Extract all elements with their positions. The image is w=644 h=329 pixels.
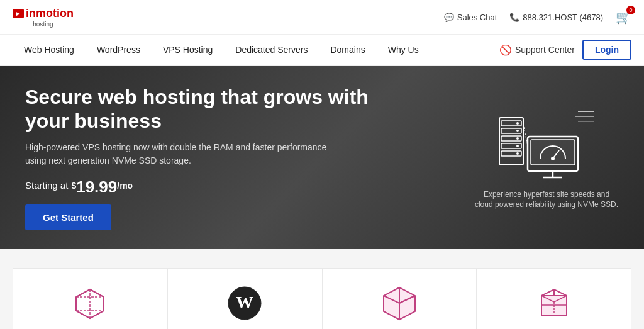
- sales-chat-link[interactable]: 💬 Sales Chat: [444, 13, 497, 22]
- hero-title: Secure web hosting that grows with your …: [25, 85, 377, 133]
- wordpress-hosting-icon: W: [226, 284, 264, 322]
- hero-right-text: Experience hyperfast site speeds and clo…: [474, 189, 619, 211]
- vps-hosting-icon: [380, 284, 418, 322]
- price-amount: 19.99: [76, 179, 117, 195]
- svg-line-25: [76, 289, 90, 297]
- nav-links: Web Hosting WordPress VPS Hosting Dedica…: [13, 36, 430, 64]
- cart-count: 0: [626, 6, 635, 14]
- svg-line-29: [76, 311, 90, 318]
- get-started-button[interactable]: Get Started: [25, 204, 111, 230]
- server-illustration: [496, 105, 597, 181]
- sales-chat-label: Sales Chat: [457, 13, 497, 22]
- cart-icon[interactable]: 🛒 0: [616, 9, 631, 25]
- nav-why-us[interactable]: Why Us: [377, 36, 430, 64]
- support-center-link[interactable]: 🚫 Support Center: [499, 44, 575, 56]
- nav-wordpress[interactable]: WordPress: [86, 36, 152, 64]
- svg-point-13: [516, 130, 519, 132]
- main-nav: Web Hosting WordPress VPS Hosting Dedica…: [0, 35, 644, 66]
- svg-point-16: [516, 152, 519, 155]
- svg-rect-1: [531, 140, 575, 165]
- nav-right: 🚫 Support Center Login: [499, 40, 631, 60]
- phone-icon: 📞: [509, 13, 519, 22]
- top-bar: ► inmotion hosting 💬 Sales Chat 📞 888.32…: [0, 0, 644, 35]
- dedicated-hosting-icon: [535, 284, 573, 322]
- shared-hosting-card[interactable]: Shared Hosting Cost effective, fast, and…: [13, 268, 167, 329]
- login-button[interactable]: Login: [582, 40, 631, 60]
- vps-hosting-card[interactable]: VPS Hosting For high traffic sites, larg…: [322, 268, 477, 329]
- nav-domains[interactable]: Domains: [319, 36, 376, 64]
- logo-subtitle: hosting: [13, 21, 74, 28]
- support-icon: 🚫: [499, 44, 512, 56]
- logo-arrow: ►: [13, 9, 24, 18]
- svg-point-15: [516, 145, 519, 147]
- svg-line-17: [523, 124, 528, 146]
- hero-subtitle: High-powered VPS hosting now with double…: [25, 141, 327, 167]
- support-label: Support Center: [515, 45, 575, 55]
- hero-right: Experience hyperfast site speeds and clo…: [474, 105, 619, 211]
- svg-text:W: W: [236, 293, 253, 312]
- nav-dedicated-servers[interactable]: Dedicated Servers: [224, 36, 319, 64]
- price-period: /mo: [117, 181, 133, 190]
- price-prefix: Starting at: [25, 180, 68, 191]
- nav-web-hosting[interactable]: Web Hosting: [13, 36, 86, 64]
- svg-point-12: [516, 122, 519, 125]
- hero-price: Starting at $ 19.99 /mo: [25, 179, 377, 195]
- hero-content: Secure web hosting that grows with your …: [25, 85, 377, 230]
- dedicated-hosting-card[interactable]: Dedicated Hosting For the largest sites,…: [476, 268, 631, 329]
- chat-icon: 💬: [444, 13, 454, 22]
- svg-point-5: [551, 157, 555, 160]
- logo-text: inmotion: [26, 7, 74, 20]
- price-dollar: $: [71, 181, 76, 190]
- svg-point-14: [516, 137, 519, 140]
- hero-section: Secure web hosting that grows with your …: [0, 66, 644, 249]
- nav-vps-hosting[interactable]: VPS Hosting: [152, 36, 224, 64]
- svg-line-30: [90, 311, 104, 318]
- phone-number: 888.321.HOST (4678): [523, 13, 603, 22]
- svg-line-26: [90, 289, 104, 297]
- top-bar-right: 💬 Sales Chat 📞 888.321.HOST (4678) 🛒 0: [444, 9, 631, 25]
- logo-inmotion: ► inmotion: [13, 7, 74, 20]
- hosting-cards-section: Shared Hosting Cost effective, fast, and…: [0, 249, 644, 329]
- phone-link[interactable]: 📞 888.321.HOST (4678): [509, 13, 603, 22]
- wordpress-hosting-card[interactable]: W WordPress Hosting Best for WordPress p…: [167, 268, 322, 329]
- logo[interactable]: ► inmotion hosting: [13, 7, 74, 28]
- shared-hosting-icon: [71, 284, 109, 322]
